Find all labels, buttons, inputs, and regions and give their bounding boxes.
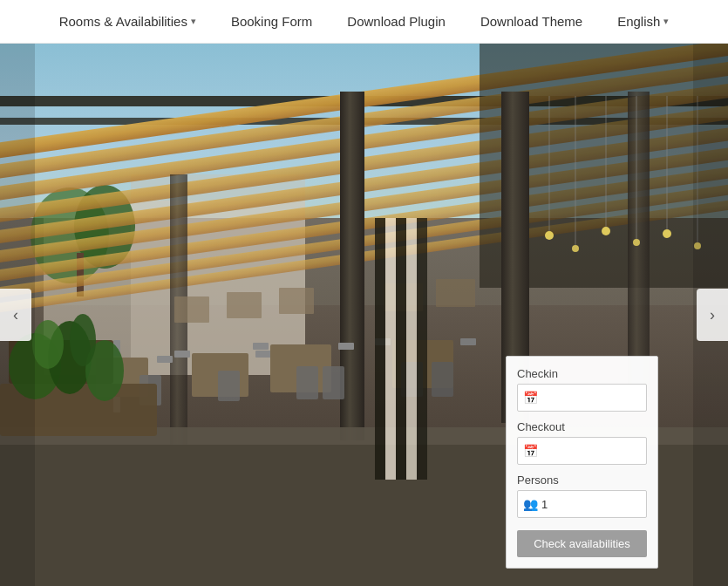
checkout-label: Checkout bbox=[517, 420, 647, 433]
checkout-field: Checkout 📅 bbox=[517, 420, 647, 465]
nav-rooms-availabilities[interactable]: Rooms & Availabilities ▾ bbox=[59, 14, 196, 29]
nav-download-theme[interactable]: Download Theme bbox=[480, 14, 582, 29]
persons-input-wrap[interactable]: 👥 bbox=[517, 490, 647, 518]
prev-slide-button[interactable]: ‹ bbox=[0, 289, 31, 341]
hero-slider: ‹ › Checkin 📅 Checkout 📅 Persons 👥 bbox=[0, 44, 728, 586]
persons-field: Persons 👥 bbox=[517, 474, 647, 518]
persons-label: Persons bbox=[517, 474, 647, 487]
checkin-input-wrap[interactable]: 📅 bbox=[517, 384, 647, 412]
persons-input[interactable] bbox=[541, 498, 688, 511]
persons-icon: 👥 bbox=[523, 497, 538, 511]
chevron-down-icon: ▾ bbox=[663, 16, 669, 27]
next-slide-button[interactable]: › bbox=[697, 289, 728, 341]
check-availabilities-button[interactable]: Check availabilities bbox=[517, 530, 647, 557]
checkout-input[interactable] bbox=[541, 445, 688, 458]
calendar-icon: 📅 bbox=[523, 444, 538, 458]
chevron-left-icon: ‹ bbox=[13, 306, 18, 324]
chevron-down-icon: ▾ bbox=[191, 16, 196, 27]
booking-widget: Checkin 📅 Checkout 📅 Persons 👥 Check ava… bbox=[506, 356, 658, 569]
checkin-input[interactable] bbox=[541, 392, 688, 405]
nav-language[interactable]: English ▾ bbox=[617, 14, 669, 29]
checkout-input-wrap[interactable]: 📅 bbox=[517, 437, 647, 465]
nav-download-plugin[interactable]: Download Plugin bbox=[347, 14, 446, 29]
main-nav: Rooms & Availabilities ▾ Booking Form Do… bbox=[0, 0, 728, 44]
chevron-right-icon: › bbox=[710, 306, 715, 324]
checkin-label: Checkin bbox=[517, 367, 647, 380]
nav-booking-form[interactable]: Booking Form bbox=[231, 14, 312, 29]
calendar-icon: 📅 bbox=[523, 391, 538, 405]
checkin-field: Checkin 📅 bbox=[517, 367, 647, 412]
